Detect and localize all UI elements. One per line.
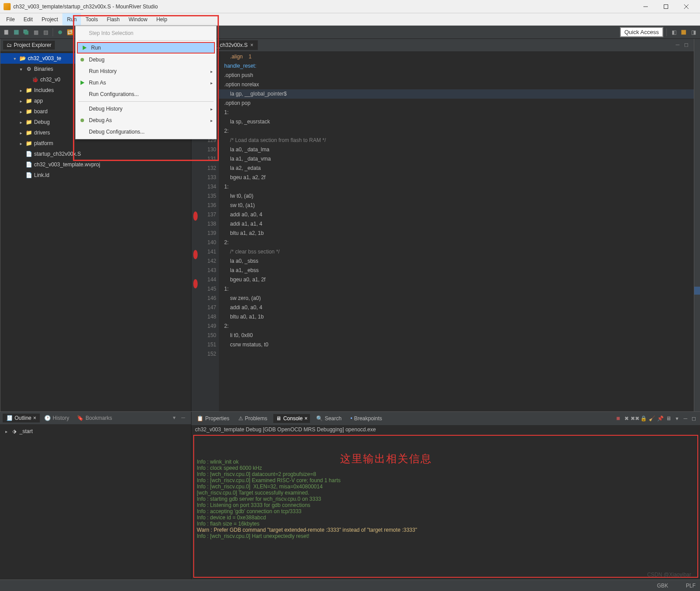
run-menu-run[interactable]: Run — [77, 42, 215, 54]
project-explorer-tab[interactable]: 🗂 Project Explorer — [3, 41, 55, 50]
menu-file[interactable]: File — [2, 13, 19, 25]
run-menu-debug-history[interactable]: Debug History — [76, 103, 216, 115]
console-output[interactable]: 这里输出相关信息 Info : wlink_init okInfo : cloc… — [193, 435, 698, 578]
maximize-button[interactable] — [656, 0, 676, 13]
pin-console-icon[interactable]: 📌 — [657, 415, 664, 422]
terminate-icon[interactable] — [615, 415, 622, 422]
run-menu-run-as[interactable]: Run As — [76, 77, 216, 88]
rebuild-icon[interactable]: 🔁 — [66, 28, 74, 36]
app-icon — [4, 3, 11, 10]
breakpoints-tab[interactable]: •Breakpoints — [348, 414, 385, 423]
editor-minimize-icon[interactable]: ─ — [676, 42, 683, 49]
code-content[interactable]: .align 1handle_reset:.option push.option… — [219, 51, 694, 411]
menu-run[interactable]: Run — [62, 13, 81, 25]
svg-rect-1 — [664, 4, 668, 8]
tree-item-platform[interactable]: ▸📁platform — [0, 138, 191, 149]
outline-tab[interactable]: 🧾Outline × — [3, 414, 40, 422]
console-max-icon[interactable]: ◻ — [690, 415, 697, 422]
properties-tab[interactable]: 📋Properties — [194, 414, 232, 423]
toggle-icon[interactable]: ▦ — [32, 28, 40, 36]
editor-body[interactable]: 1201211221231241251261271281291301311321… — [191, 51, 694, 411]
svg-rect-8 — [4, 30, 8, 35]
open-console-icon[interactable]: ▾ — [673, 415, 681, 422]
outline-tree[interactable]: ▸⬗_start — [0, 424, 191, 579]
menu-edit[interactable]: Edit — [19, 13, 37, 25]
display-selected-icon[interactable]: 🖥 — [665, 415, 672, 422]
quick-access[interactable]: Quick Access — [620, 27, 663, 37]
status-encoding[interactable]: GBK — [657, 583, 668, 589]
run-menu-run-configurations-[interactable]: Run Configurations... — [76, 88, 216, 100]
menu-project[interactable]: Project — [37, 13, 62, 25]
grid-icon[interactable]: ▤ — [42, 28, 50, 36]
svg-rect-11 — [25, 31, 29, 35]
outline-min-icon[interactable]: ─ — [181, 414, 188, 422]
menu-tools[interactable]: Tools — [81, 13, 102, 25]
window-title: ch32_v003_template/startup_ch32v00x.S - … — [13, 4, 158, 10]
perspective-other-icon[interactable]: ◨ — [689, 28, 697, 36]
minimize-button[interactable] — [635, 0, 656, 13]
title-bar: ch32_v003_template/startup_ch32v00x.S - … — [0, 0, 700, 13]
remove-all-icon[interactable]: ✖✖ — [631, 415, 639, 422]
svg-point-7 — [80, 119, 84, 122]
tree-item-link-ld[interactable]: 📄Link.ld — [0, 170, 191, 180]
menu-window[interactable]: Window — [124, 13, 152, 25]
console-process-title: ch32_v003_template Debug [GDB OpenOCD MR… — [191, 425, 700, 434]
menu-flash[interactable]: Flash — [102, 13, 124, 25]
new-icon[interactable] — [3, 28, 11, 36]
close-button[interactable] — [676, 0, 696, 13]
bottom-views: 📋Properties ⚠Problems 🖥Console × 🔍Search… — [191, 412, 700, 579]
status-bar: GBK PLF — [0, 579, 700, 591]
save-all-icon[interactable] — [22, 28, 30, 36]
status-line-ending[interactable]: PLF — [686, 583, 696, 589]
clear-console-icon[interactable]: 🧹 — [648, 415, 655, 422]
bookmarks-tab[interactable]: 🔖Bookmarks — [73, 414, 115, 422]
perspective-c-icon[interactable]: ◧ — [670, 28, 678, 36]
menu-bar: FileEditProjectRunToolsFlashWindowHelp — [0, 13, 700, 26]
history-tab[interactable]: 🕑History — [41, 414, 73, 422]
tree-item-ch32-v003-template-wvproj[interactable]: 📄ch32_v003_template.wvproj — [0, 159, 191, 170]
editor-overview-ruler[interactable] — [694, 39, 700, 411]
editor-area: 📄 rtup_ch32v00x.S × ─ ◻ 1201211221231241… — [191, 39, 694, 411]
svg-marker-6 — [80, 81, 84, 85]
run-menu-run-history[interactable]: Run History — [76, 65, 216, 77]
close-tab-icon[interactable]: × — [250, 42, 253, 48]
perspective-debug-icon[interactable] — [680, 28, 688, 36]
folder-icon: 🗂 — [7, 42, 12, 48]
lower-panels: 🧾Outline × 🕑History 🔖Bookmarks ▾ ─ ▸⬗_st… — [0, 411, 700, 579]
svg-rect-17 — [617, 417, 620, 420]
run-menu-debug[interactable]: Debug — [76, 54, 216, 65]
scroll-lock-icon[interactable]: 🔒 — [640, 415, 647, 422]
editor-maximize-icon[interactable]: ◻ — [684, 42, 691, 49]
run-menu-dropdown: Step Into SelectionRunDebugRun HistoryRu… — [75, 26, 217, 139]
svg-rect-16 — [681, 30, 686, 35]
run-menu-step-into-selection: Step Into Selection — [76, 27, 216, 39]
svg-point-12 — [58, 30, 62, 34]
svg-point-5 — [80, 58, 84, 61]
watermark: CSDN @Xiaoyibar — [647, 572, 691, 578]
remove-launch-icon[interactable]: ✖ — [623, 415, 630, 422]
run-menu-debug-configurations-[interactable]: Debug Configurations... — [76, 126, 216, 138]
annotation-overlay-text: 这里输出相关信息 — [340, 452, 432, 466]
console-tab[interactable]: 🖥Console × — [273, 414, 310, 423]
save-icon[interactable] — [12, 28, 20, 36]
svg-marker-4 — [83, 46, 87, 50]
problems-tab[interactable]: ⚠Problems — [236, 414, 270, 423]
svg-rect-9 — [14, 30, 19, 35]
outline-menu-icon[interactable]: ▾ — [173, 414, 180, 422]
search-tab[interactable]: 🔍Search — [314, 414, 344, 423]
build-icon[interactable] — [56, 28, 64, 36]
outline-panel: 🧾Outline × 🕑History 🔖Bookmarks ▾ ─ ▸⬗_st… — [0, 412, 191, 579]
label-icon: ⬗ — [11, 428, 18, 435]
tree-item-startup-ch32v00x-s[interactable]: 📄startup_ch32v00x.S — [0, 149, 191, 159]
run-menu-debug-as[interactable]: Debug As — [76, 115, 216, 126]
menu-help[interactable]: Help — [152, 13, 172, 25]
console-min-icon[interactable]: ─ — [682, 415, 689, 422]
